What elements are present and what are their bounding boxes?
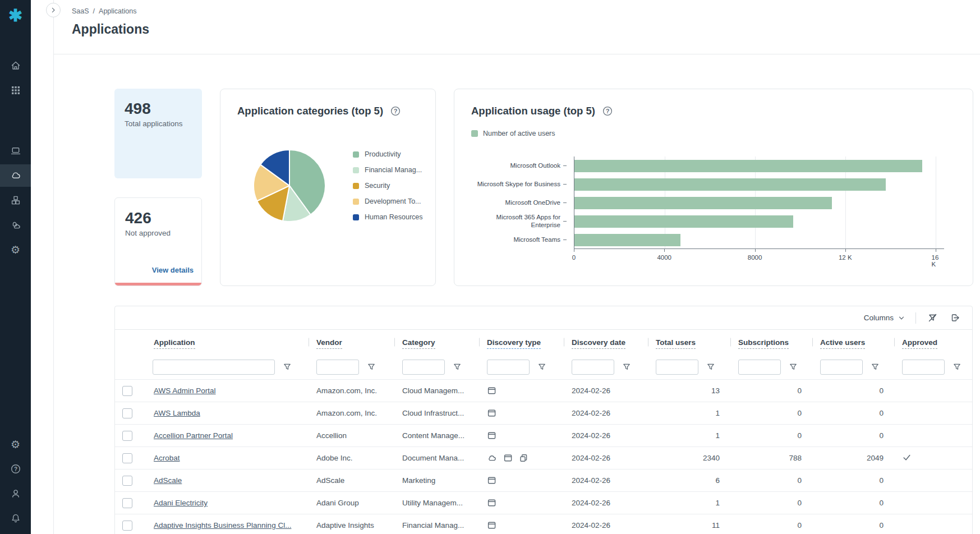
row-checkbox[interactable] bbox=[122, 476, 132, 486]
application-link[interactable]: Adani Electricity bbox=[140, 499, 316, 507]
discovery-type-cell bbox=[487, 476, 572, 485]
discovery-type-cell bbox=[487, 498, 572, 508]
sidebar-item-settings[interactable]: ⚙ bbox=[0, 238, 31, 261]
sidebar-item-packages[interactable] bbox=[0, 189, 31, 211]
sidebar-item-notifications[interactable] bbox=[0, 507, 31, 530]
filter-input-category[interactable] bbox=[402, 360, 445, 375]
sidebar-item-apps[interactable] bbox=[0, 79, 31, 102]
sidebar-item-admin-settings[interactable]: ⚙ bbox=[0, 433, 31, 455]
row-checkbox[interactable] bbox=[122, 386, 132, 396]
column-header-approved[interactable]: Approved bbox=[902, 338, 972, 347]
column-header-category[interactable]: Category bbox=[402, 338, 487, 347]
active-users-cell: 0 bbox=[820, 521, 902, 530]
bar bbox=[574, 197, 832, 209]
bar-category-label: Microsoft Teams bbox=[471, 231, 567, 249]
column-header-discovery-date[interactable]: Discovery date bbox=[572, 338, 656, 347]
sidebar-item-multicloud[interactable] bbox=[0, 214, 31, 236]
categories-pie-chart bbox=[252, 148, 327, 223]
axis-tick-label: 4000 bbox=[657, 254, 671, 261]
breadcrumb-saas[interactable]: SaaS bbox=[72, 7, 89, 15]
discovery-type-cell bbox=[487, 453, 572, 463]
legend-swatch bbox=[353, 167, 359, 173]
sidebar-item-saas[interactable] bbox=[0, 164, 31, 187]
active-users-cell: 0 bbox=[820, 476, 902, 485]
sidebar-item-home[interactable] bbox=[0, 54, 31, 77]
not-approved-value: 426 bbox=[125, 209, 191, 227]
filter-input-discovery-date[interactable] bbox=[572, 360, 614, 375]
row-checkbox[interactable] bbox=[122, 521, 132, 531]
filter-funnel-icon[interactable] bbox=[366, 362, 376, 372]
help-icon[interactable]: ? bbox=[390, 106, 401, 116]
column-header-vendor[interactable]: Vendor bbox=[316, 338, 402, 347]
home-icon bbox=[10, 60, 21, 71]
not-approved-card: 426 Not approved View details bbox=[114, 197, 202, 286]
filter-funnel-icon[interactable] bbox=[452, 362, 462, 372]
active-users-cell: 0 bbox=[820, 431, 902, 440]
application-link[interactable]: Adaptive Insights Business Planning Cl..… bbox=[140, 521, 316, 530]
axis-tick bbox=[936, 249, 936, 252]
filter-input-total-users[interactable] bbox=[656, 360, 698, 375]
pie-legend-item: Human Resources bbox=[353, 209, 423, 225]
legend-swatch bbox=[353, 151, 359, 158]
filter-input-active-users[interactable] bbox=[820, 360, 863, 375]
bar bbox=[574, 160, 922, 172]
discovery-date-cell: 2024-02-26 bbox=[572, 521, 656, 530]
filter-input-application[interactable] bbox=[153, 360, 275, 375]
filter-funnel-icon[interactable] bbox=[788, 362, 798, 372]
bar-row bbox=[574, 212, 944, 231]
category-cell: Cloud Infrastruct... bbox=[402, 409, 487, 417]
sidebar-item-help[interactable]: ? bbox=[0, 458, 31, 480]
pie-chart-title: Application categories (top 5) bbox=[237, 105, 383, 117]
discovery-type-cell bbox=[487, 408, 572, 418]
export-button[interactable] bbox=[949, 312, 961, 324]
table-row: AWS Admin PortalAmazon.com, Inc.Cloud Ma… bbox=[115, 379, 972, 402]
filter-funnel-icon[interactable] bbox=[870, 362, 880, 372]
row-checkbox[interactable] bbox=[122, 408, 132, 418]
filter-funnel-icon[interactable] bbox=[282, 362, 292, 372]
total-users-cell: 1 bbox=[656, 431, 738, 440]
filter-input-vendor[interactable] bbox=[316, 360, 359, 375]
filter-input-approved[interactable] bbox=[902, 360, 945, 375]
filter-funnel-icon[interactable] bbox=[537, 362, 547, 372]
columns-button[interactable]: Columns bbox=[864, 314, 905, 322]
application-link[interactable]: AWS Admin Portal bbox=[140, 386, 316, 395]
svg-text:?: ? bbox=[394, 108, 398, 114]
application-link[interactable]: AdScale bbox=[140, 476, 316, 485]
bar-row bbox=[574, 156, 944, 175]
row-checkbox[interactable] bbox=[122, 498, 132, 508]
sidebar-item-devices[interactable] bbox=[0, 140, 31, 162]
toolbar-divider bbox=[915, 312, 916, 324]
total-users-cell: 6 bbox=[656, 476, 738, 485]
filter-input-discovery-type[interactable] bbox=[487, 360, 530, 375]
expand-sidebar-button[interactable] bbox=[46, 3, 61, 17]
filter-funnel-icon[interactable] bbox=[952, 362, 962, 372]
brand-logo-icon[interactable]: ✱ bbox=[0, 0, 31, 31]
legend-label: Number of active users bbox=[483, 130, 555, 137]
filter-funnel-icon[interactable] bbox=[622, 362, 632, 372]
row-checkbox[interactable] bbox=[122, 431, 132, 441]
not-approved-accent-bar bbox=[115, 283, 201, 286]
bar bbox=[574, 234, 680, 246]
application-link[interactable]: Acrobat bbox=[140, 454, 316, 462]
active-users-cell: 0 bbox=[820, 409, 902, 417]
row-checkbox[interactable] bbox=[122, 453, 132, 463]
sidebar-item-account[interactable] bbox=[0, 482, 31, 505]
category-cell: Content Manage... bbox=[402, 431, 487, 440]
clear-filters-button[interactable] bbox=[926, 312, 938, 324]
legend-swatch bbox=[353, 199, 359, 205]
browser-discovery-icon bbox=[487, 386, 496, 395]
view-details-link[interactable]: View details bbox=[152, 266, 194, 274]
help-icon[interactable]: ? bbox=[602, 106, 613, 116]
bar bbox=[574, 215, 793, 228]
filter-funnel-icon[interactable] bbox=[706, 362, 716, 372]
column-header-total-users[interactable]: Total users bbox=[656, 338, 738, 347]
help-circle-icon: ? bbox=[10, 463, 21, 475]
axis-tick-label: 16 K bbox=[932, 254, 940, 268]
application-link[interactable]: Accellion Partner Portal bbox=[140, 431, 316, 440]
application-link[interactable]: AWS Lambda bbox=[140, 409, 316, 417]
column-header-subscriptions[interactable]: Subscriptions bbox=[738, 338, 820, 347]
column-header-active-users[interactable]: Active users bbox=[820, 338, 902, 347]
filter-input-subscriptions[interactable] bbox=[738, 360, 781, 375]
column-header-discovery-type[interactable]: Discovery type bbox=[487, 338, 572, 347]
column-header-application[interactable]: Application bbox=[140, 338, 316, 347]
